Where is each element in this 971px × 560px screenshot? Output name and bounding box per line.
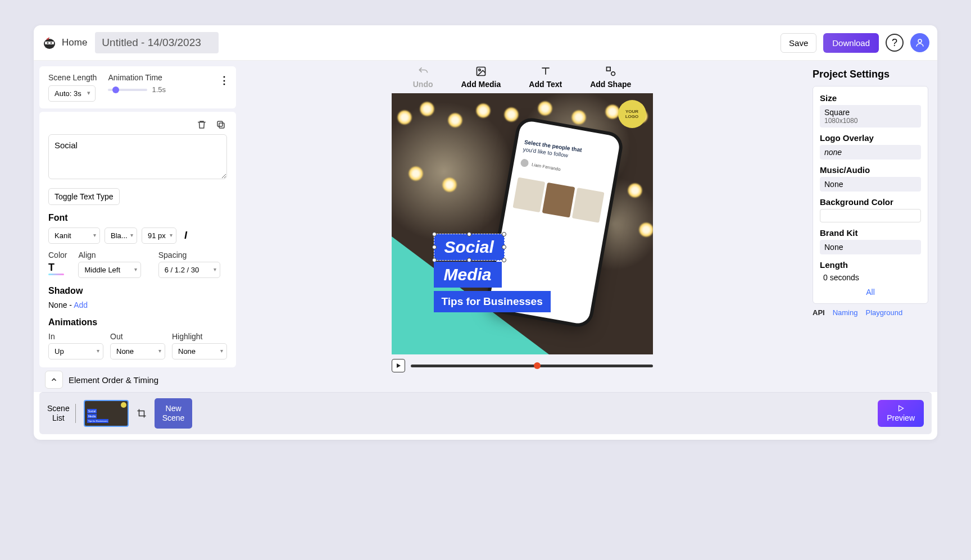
shadow-section-label: Shadow (48, 286, 227, 296)
size-value[interactable]: Square 1080x1080 (820, 105, 921, 128)
text-editor-card: Social Toggle Text Type Font Kanit Bla..… (39, 112, 236, 367)
shadow-add-link[interactable]: Add (74, 301, 88, 309)
element-order-label: Element Order & Timing (69, 375, 158, 385)
add-media-button[interactable]: Add Media (461, 65, 501, 89)
animation-time-label: Animation Time (108, 73, 166, 82)
shape-icon (605, 65, 617, 78)
svg-point-10 (611, 72, 615, 76)
preview-button[interactable]: Preview (878, 400, 924, 427)
user-avatar-button[interactable] (910, 33, 929, 52)
music-value[interactable]: None (820, 177, 921, 192)
svg-point-3 (51, 42, 52, 44)
play-button[interactable] (392, 359, 405, 372)
timeline-track[interactable] (411, 365, 653, 367)
anim-highlight-dropdown[interactable]: None (172, 343, 227, 359)
playground-link[interactable]: Playground (865, 308, 902, 317)
save-button[interactable]: Save (781, 33, 816, 53)
undo-icon (417, 65, 429, 78)
collapse-icon[interactable] (45, 371, 63, 389)
settings-card: Size Square 1080x1080 Logo Overlay none … (813, 86, 928, 304)
help-button[interactable]: ? (886, 34, 904, 52)
play-icon (896, 404, 905, 412)
project-title-input[interactable] (95, 32, 219, 53)
svg-point-4 (918, 39, 922, 43)
text-content-input[interactable]: Social (48, 134, 227, 179)
canvas-text-media[interactable]: Media (434, 262, 502, 288)
anim-out-label: Out (110, 332, 165, 341)
delete-icon[interactable] (196, 119, 208, 131)
font-section-label: Font (48, 213, 227, 223)
download-button[interactable]: Download (823, 33, 879, 53)
header: Home Save Download ? (34, 25, 937, 61)
new-scene-button[interactable]: New Scene (155, 398, 193, 429)
length-label: Length (820, 260, 921, 270)
scene-thumbnail-1[interactable]: SocialMediaTips for Businesses (84, 400, 129, 427)
center-panel: Undo Add Media Add Text Add Shape (236, 61, 808, 392)
font-size-dropdown[interactable]: 91 px (142, 227, 176, 244)
svg-rect-6 (217, 121, 223, 126)
animation-time-slider[interactable] (108, 89, 147, 91)
logo-overlay-label: Logo Overlay (820, 133, 921, 143)
home-link[interactable]: Home (62, 37, 87, 48)
size-label: Size (820, 93, 921, 103)
canvas-toolbar: Undo Add Media Add Text Add Shape (413, 65, 632, 89)
scene-settings-card: Scene Length Auto: 3s Animation Time 1.5… (39, 66, 236, 108)
api-link[interactable]: API (813, 308, 825, 317)
align-dropdown[interactable]: Middle Left (78, 262, 141, 278)
undo-button[interactable]: Undo (413, 65, 433, 89)
font-weight-dropdown[interactable]: Bla... (105, 227, 137, 244)
brand-kit-value[interactable]: None (820, 240, 921, 254)
add-text-button[interactable]: Add Text (529, 65, 562, 89)
brand-kit-label: Brand Kit (820, 228, 921, 238)
scene-length-label: Scene Length (48, 73, 97, 82)
timeline (392, 359, 653, 372)
element-order-bar[interactable]: Element Order & Timing (39, 367, 236, 392)
length-value: 0 seconds (820, 272, 921, 288)
naming-link[interactable]: Naming (833, 308, 858, 317)
animations-section-label: Animations (48, 317, 227, 327)
canvas-text-tips[interactable]: Tips for Businesses (434, 291, 551, 312)
playhead[interactable] (534, 362, 541, 369)
font-family-dropdown[interactable]: Kanit (48, 227, 100, 244)
toggle-text-type-button[interactable]: Toggle Text Type (48, 188, 120, 205)
bg-color-picker[interactable] (820, 209, 921, 222)
crop-icon[interactable] (137, 408, 147, 418)
duplicate-icon[interactable] (215, 119, 227, 131)
right-panel: Project Settings Size Square 1080x1080 L… (808, 61, 937, 392)
canvas[interactable]: Select the people that you'd like to fol… (392, 93, 653, 354)
right-links: API Naming Playground (813, 308, 928, 317)
scene-length-dropdown[interactable]: Auto: 3s (48, 85, 96, 102)
animation-time-value: 1.5s (152, 85, 166, 94)
scene-list-label: Scene List (47, 404, 76, 423)
scene-more-menu[interactable]: ⋮ (219, 74, 229, 86)
svg-rect-1 (45, 42, 54, 44)
anim-out-dropdown[interactable]: None (110, 343, 165, 359)
all-settings-link[interactable]: All (820, 288, 921, 297)
bg-color-label: Background Color (820, 197, 921, 207)
svg-rect-9 (606, 67, 610, 71)
left-panel: Scene Length Auto: 3s Animation Time 1.5… (34, 61, 236, 392)
footer: Scene List SocialMediaTips for Businesse… (39, 392, 932, 434)
italic-toggle[interactable]: I (181, 230, 190, 242)
app-window: Home Save Download ? Scene Length Auto: … (34, 25, 937, 440)
color-label: Color (48, 251, 67, 259)
add-shape-button[interactable]: Add Shape (590, 65, 631, 89)
logo-badge: YOURLOGO (618, 100, 646, 128)
image-icon (475, 65, 487, 78)
music-label: Music/Audio (820, 165, 921, 175)
spacing-dropdown[interactable]: 6 / 1.2 / 30 (158, 262, 220, 278)
align-label: Align (78, 251, 147, 259)
svg-point-8 (479, 69, 480, 71)
canvas-text-social[interactable]: Social (434, 234, 505, 261)
text-color-picker[interactable]: T (48, 262, 64, 274)
anim-in-dropdown[interactable]: Up (48, 343, 103, 359)
app-logo-icon (42, 35, 57, 51)
svg-point-2 (47, 42, 49, 44)
svg-rect-5 (219, 123, 224, 128)
logo-overlay-value[interactable]: none (820, 145, 921, 160)
spacing-label: Spacing (158, 251, 227, 259)
project-settings-title: Project Settings (813, 69, 928, 80)
anim-in-label: In (48, 332, 103, 341)
main-area: Scene Length Auto: 3s Animation Time 1.5… (34, 61, 937, 392)
anim-highlight-label: Highlight (172, 332, 227, 341)
